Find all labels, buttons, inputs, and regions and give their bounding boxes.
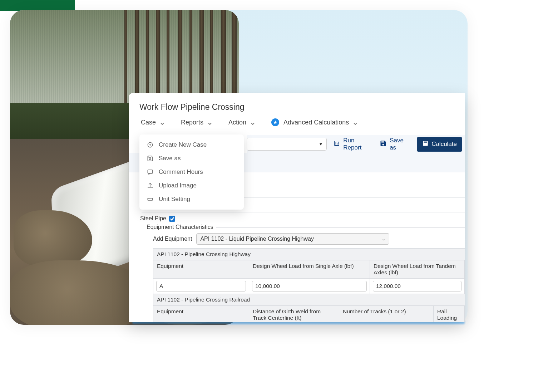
run-report-label: Run Report [343, 137, 373, 151]
add-equipment-select-value: API 1102 - Liquid Pipeline Crossing High… [200, 236, 314, 242]
upload-icon [147, 182, 154, 189]
form-area: Steel Pipe Equipment Characteristics Add… [140, 212, 465, 322]
highway-equipment-input[interactable] [156, 281, 246, 291]
toolbar-select[interactable]: ▼ [247, 138, 327, 151]
dropdown-saveas-label: Save as [159, 155, 181, 162]
plus-circle-icon [147, 141, 154, 148]
equipment-characteristics-label: Equipment Characteristics [147, 224, 213, 230]
highway-col-tandem-axles: Design Wheel Load from Tandem Axles (lbf… [370, 260, 465, 278]
dropdown-upload-label: Upload Image [159, 182, 197, 189]
chart-icon [333, 140, 340, 149]
highway-value-row [153, 279, 465, 294]
chevron-down-icon [160, 120, 164, 124]
equipment-characteristics-fieldset: Equipment Characteristics Add Equipment … [147, 224, 465, 322]
steel-pipe-label: Steel Pipe [140, 215, 166, 222]
menu-action[interactable]: Action [228, 119, 255, 126]
page-title: Work Flow Pipeline Crossing [129, 93, 465, 118]
railroad-col-rail-loading: Rail Loading [434, 306, 465, 322]
save-icon [380, 140, 387, 149]
steel-pipe-checkbox[interactable] [169, 216, 175, 222]
svg-rect-4 [148, 170, 153, 173]
railroad-col-girth-weld: Distance of Girth Weld from Track Center… [249, 306, 339, 322]
menu-bar: Case Reports Action ★ Advanced Calculati… [129, 118, 465, 131]
highway-header-row: Equipment Design Wheel Load from Single … [153, 260, 465, 279]
ruler-icon [147, 196, 154, 203]
dropdown-unit-label: Unit Setting [159, 196, 190, 203]
star-icon: ★ [271, 118, 279, 126]
app-panel: Work Flow Pipeline Crossing Case Reports… [129, 93, 465, 322]
calculator-icon [422, 140, 429, 148]
steel-pipe-fieldset: Steel Pipe Equipment Characteristics Add… [140, 215, 465, 322]
chevron-down-icon [208, 120, 212, 124]
calculate-button[interactable]: Calculate [417, 137, 462, 152]
save-as-button[interactable]: Save as [380, 137, 411, 151]
railroad-col-num-tracks: Number of Tracks (1 or 2) [339, 306, 434, 322]
menu-reports-label: Reports [181, 119, 203, 126]
dropdown-create-new-case[interactable]: Create New Case [139, 138, 244, 152]
dropdown-save-as[interactable]: Save as [139, 152, 244, 165]
run-report-button[interactable]: Run Report [333, 137, 373, 151]
caret-down-icon: ▼ [319, 142, 323, 147]
add-equipment-row: Add Equipment API 1102 - Liquid Pipeline… [147, 230, 465, 248]
svg-point-3 [149, 158, 151, 160]
railroad-col-equipment: Equipment [153, 306, 249, 322]
railroad-title: API 1102 - Pipeline Crossing Railroad [153, 294, 465, 306]
menu-advanced-label: Advanced Calculations [283, 119, 349, 126]
dropdown-unit-setting[interactable]: Unit Setting [139, 192, 244, 206]
dropdown-create-label: Create New Case [159, 141, 207, 148]
dropdown-comment-label: Comment Hours [159, 168, 203, 176]
add-equipment-select[interactable]: API 1102 - Liquid Pipeline Crossing High… [196, 233, 389, 245]
menu-case-label: Case [141, 119, 156, 126]
highway-col-single-axle: Design Wheel Load from Single Axle (lbf) [249, 260, 370, 278]
dropdown-comment-hours[interactable]: Comment Hours [139, 165, 244, 179]
chevron-down-icon [251, 120, 255, 124]
railroad-header-row: Equipment Distance of Girth Weld from Tr… [153, 306, 465, 322]
menu-action-label: Action [228, 119, 246, 126]
menu-reports[interactable]: Reports [181, 119, 212, 126]
save-as-label: Save as [390, 137, 411, 151]
case-dropdown: Create New Case Save as Comment Hours Up… [139, 134, 244, 210]
calculate-label: Calculate [431, 141, 457, 148]
chevron-down-icon: ⌄ [382, 236, 385, 241]
chevron-down-icon [353, 120, 357, 124]
highway-col-equipment: Equipment [153, 260, 249, 278]
highway-title: API 1102 - Pipeline Crossing Highway [153, 249, 465, 260]
toolbar: ▼ Run Report Save as Calculate [247, 135, 465, 153]
add-equipment-label: Add Equipment [153, 236, 192, 242]
menu-advanced-calculations[interactable]: ★ Advanced Calculations [271, 118, 357, 126]
comment-icon [147, 168, 154, 176]
highway-single-axle-input[interactable] [252, 281, 367, 291]
page-backdrop-bar [0, 0, 75, 11]
menu-case[interactable]: Case [141, 119, 164, 126]
save-as-icon [147, 155, 154, 162]
dropdown-upload-image[interactable]: Upload Image [139, 179, 244, 192]
highway-tandem-axles-input[interactable] [373, 281, 461, 291]
highway-section: API 1102 - Pipeline Crossing Highway Equ… [153, 248, 465, 322]
